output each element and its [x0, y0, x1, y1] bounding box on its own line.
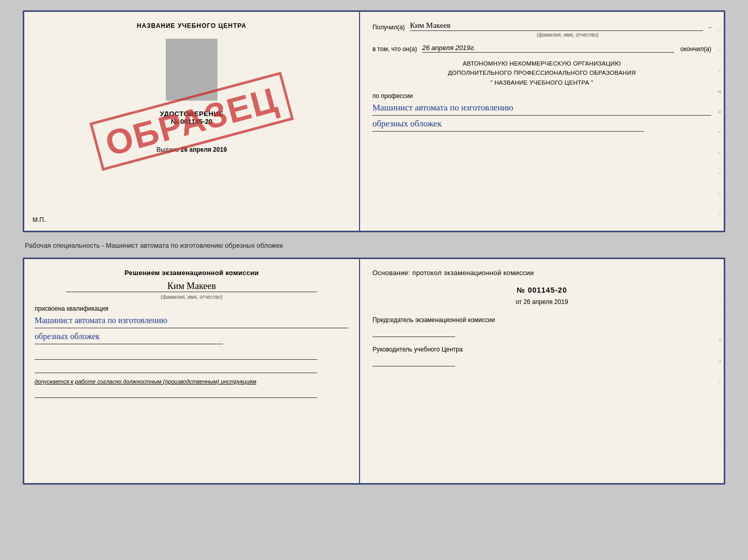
right-dashes-bottom: – – – и а ← – – – – — [716, 259, 724, 483]
vtom-row: в том, что он(а) 26 апреля 2019г. окончи… — [372, 44, 711, 53]
org-text: АВТОНОМНУЮ НЕКОММЕРЧЕСКУЮ ОРГАНИЗАЦИЮ ДО… — [372, 59, 711, 87]
org-name-line: " НАЗВАНИЕ УЧЕБНОГО ЦЕНТРА " — [372, 78, 711, 87]
osnov-title: Основание: протокол экзаменационной коми… — [372, 268, 711, 278]
protocol-date-prefix: от — [516, 298, 522, 306]
rukovoditel-block: Руководитель учебного Центра — [372, 345, 711, 366]
final-line — [35, 388, 317, 398]
okonchil-label: окончил(а) — [680, 45, 711, 53]
protocol-number: № 001145-20 — [372, 286, 711, 294]
vydano-date: 26 апреля 2019 — [181, 146, 227, 153]
dopuskaetsya: допускается к работе согласно должностны… — [35, 378, 349, 385]
dopuskaetsya-label: допускается к — [35, 378, 73, 385]
separator-text: Рабочая специальность - Машинист автомат… — [23, 238, 725, 251]
document-container: НАЗВАНИЕ УЧЕБНОГО ЦЕНТРА УДОСТОВЕРЕНИЕ №… — [23, 10, 725, 485]
bottom-title: Решением экзаменационной комиссии — [35, 268, 349, 278]
dopuskaetsya-value: работе согласно должностным (производств… — [75, 378, 256, 385]
quotes-close: " — [591, 79, 593, 86]
predsedatel-block: Председатель экзаменационной комиссии — [372, 316, 711, 337]
predsedatel-title: Председатель экзаменационной комиссии — [372, 316, 711, 325]
protocol-date: от 26 апреля 2019 — [372, 298, 711, 306]
vydano-label: Выдано — [157, 146, 179, 153]
prisvoena-label: присвоена квалификация — [35, 305, 349, 312]
rukovoditel-sig-line — [372, 356, 455, 366]
vtom-value: 26 апреля 2019г. — [422, 44, 674, 53]
qual-line2: обрезных обложек — [35, 330, 223, 344]
quotes-open: " — [490, 79, 492, 86]
cert-vydano: Выдано 26 апреля 2019 — [157, 146, 227, 153]
org-name: НАЗВАНИЕ УЧЕБНОГО ЦЕНТРА — [494, 79, 589, 86]
blank-line-1 — [35, 349, 317, 360]
dash-separator: – — [708, 23, 711, 31]
certificate-bottom: Решением экзаменационной комиссии Ким Ма… — [23, 258, 725, 485]
cert-bottom-right: Основание: протокол экзаменационной коми… — [360, 259, 724, 483]
blank-lines — [35, 349, 349, 373]
cert-photo — [166, 39, 217, 101]
cert-number: № 001145-20 — [171, 118, 212, 125]
prof-line2: обрезных обложек — [372, 118, 644, 132]
cert-top-left: НАЗВАНИЕ УЧЕБНОГО ЦЕНТРА УДОСТОВЕРЕНИЕ №… — [24, 12, 360, 231]
po-professii: по профессии — [372, 92, 711, 100]
cert-bottom-left: Решением экзаменационной комиссии Ким Ма… — [24, 259, 360, 483]
qual-line1: Машинист автомата по изготовлению — [35, 314, 349, 328]
poluchil-row: Получил(а) Ким Макеев – — [372, 21, 711, 31]
prof-line1: Машинист автомата по изготовлению — [372, 102, 711, 116]
org-line1: АВТОНОМНУЮ НЕКОММЕРЧЕСКУЮ ОРГАНИЗАЦИЮ — [372, 59, 711, 68]
fio-subtext-top: (фамилия, имя, отчество) — [424, 32, 711, 38]
right-dashes-top: – – – и а ← – – – – — [715, 12, 724, 231]
org-line2: ДОПОЛНИТЕЛЬНОГО ПРОФЕССИОНАЛЬНОГО ОБРАЗО… — [372, 68, 711, 77]
predsedatel-sig-line — [372, 327, 455, 337]
bottom-fio-subtext: (фамилия, имя, отчество) — [35, 294, 349, 300]
rukovoditel-title: Руководитель учебного Центра — [372, 345, 711, 354]
protocol-date-value: 26 апреля 2019 — [523, 298, 568, 306]
poluchil-label: Получил(а) — [372, 24, 405, 31]
bottom-name: Ким Макеев — [66, 281, 317, 292]
udostoverenie-label: УДОСТОВЕРЕНИЕ — [160, 110, 224, 118]
mp-label: М.П. — [33, 216, 45, 223]
poluchil-value: Ким Макеев — [410, 21, 703, 31]
vtom-label: в том, что он(а) — [372, 45, 417, 53]
cert-top-title: НАЗВАНИЕ УЧЕБНОГО ЦЕНТРА — [137, 22, 246, 29]
certificate-top: НАЗВАНИЕ УЧЕБНОГО ЦЕНТРА УДОСТОВЕРЕНИЕ №… — [23, 10, 725, 232]
blank-line-2 — [35, 363, 317, 373]
cert-top-right: Получил(а) Ким Макеев – (фамилия, имя, о… — [360, 12, 724, 231]
